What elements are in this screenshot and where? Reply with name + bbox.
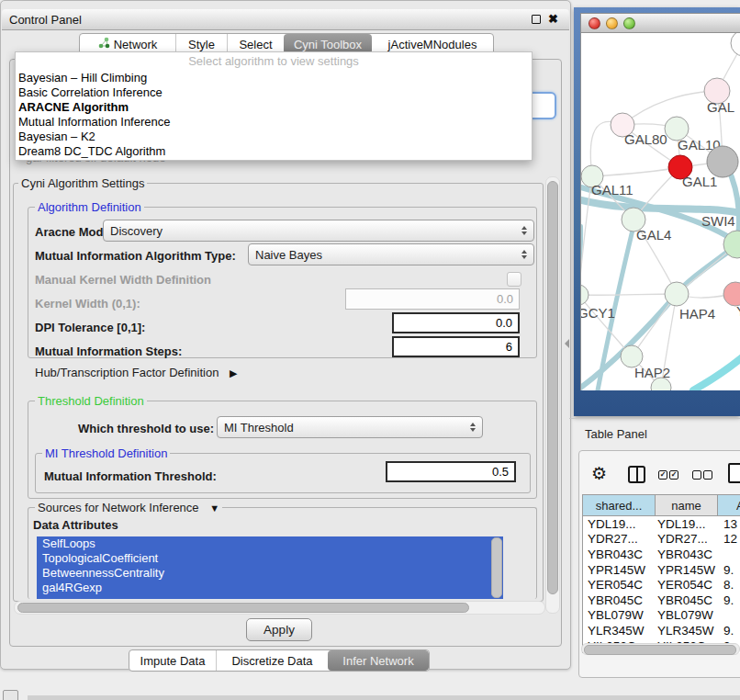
unchecked-column-icon[interactable] [692,470,701,480]
node-gray[interactable] [707,146,738,177]
attributes-list-scrollbar[interactable] [491,537,502,598]
expander-right-icon: ▶ [230,367,237,379]
table-cell: 8. [717,578,740,592]
node-gcy1[interactable] [581,285,589,305]
table-row[interactable]: YDR27...YDR27...12 [583,532,740,548]
table-cell: YDR27... [655,532,717,546]
table-row[interactable]: YDL19...YDL19...13 [583,516,740,532]
close-traffic-light-icon[interactable] [589,17,600,29]
which-threshold-combo[interactable]: MI Threshold [217,416,483,438]
network-edge[interactable] [592,167,680,176]
network-window-titlebar[interactable] [580,13,740,33]
data-attributes-list[interactable]: SelfLoopsTopologicalCoefficientBetweenne… [37,536,503,599]
manual-kernel-checkbox [507,272,521,287]
algorithm-option[interactable]: Mutual Information Inference [16,115,532,130]
algorithm-option[interactable]: Bayesian – Hill Climbing [16,71,532,85]
tab-label: Network [114,38,158,51]
hub-factor-expander[interactable]: Hub/Transcription Factor Definition ▶ [35,366,237,379]
tab-impute-data[interactable]: Impute Data [129,650,216,671]
tab-discretize-data[interactable]: Discretize Data [216,650,328,671]
checked-column-icon[interactable]: ✓ [658,470,667,480]
algorithm-dropdown-list: Bayesian – Hill ClimbingBasic Correlatio… [16,71,532,159]
algorithm-dropdown-popup: Select algorithm to view settings Bayesi… [15,51,533,161]
column-header-name[interactable]: name [655,495,717,515]
tab-label: Select [239,38,272,51]
settings-horizontal-scrollbar[interactable] [14,601,545,615]
table-cell: 12 [717,532,740,546]
dock-mini-icon[interactable] [3,690,18,700]
table-row[interactable]: YPR145WYPR145W9. [583,562,740,578]
close-icon[interactable]: ✖ [548,12,558,26]
splitter-collapse-arrow-icon[interactable] [565,339,569,348]
hub-factor-expander-label: Hub/Transcription Factor Definition [35,366,219,379]
algorithm-option[interactable]: ARACNE Algorithm [16,100,532,115]
cyni-algorithm-settings-title: Cyni Algorithm Settings [18,177,147,189]
mi-steps-label: Mutual Information Steps: [35,344,182,358]
apply-button[interactable]: Apply [246,618,312,641]
sources-expander[interactable]: Sources for Network Inference ▼ [35,502,222,514]
gear-icon[interactable]: ⚙ [591,463,607,484]
attribute-list-item[interactable]: SelfLoops [37,536,503,551]
column-header-shared-name[interactable]: shared... [583,495,655,515]
algorithm-option[interactable]: Basic Correlation Inference [16,85,532,100]
table-row[interactable]: YBR045CYBR045C9. [583,593,740,608]
attribute-list-item[interactable]: BetweennessCentrality [37,566,503,581]
tab-label: jActiveMNodules [388,38,477,51]
mi-algorithm-type-combo[interactable]: Naive Bayes [248,243,534,265]
table-scrollbar-thumb[interactable] [584,645,736,655]
attribute-list-item[interactable]: gal4RGexp [37,581,503,595]
algorithm-option[interactable]: Bayesian – K2 [16,130,532,144]
checked-column-icon[interactable]: ✓ [669,470,678,480]
mi-threshold-label: Mutual Information Threshold: [44,469,217,483]
table-row[interactable]: YLR345WYLR345W9. [583,623,740,638]
aracne-mode-combo[interactable]: Discovery [103,220,534,242]
dpi-tolerance-field[interactable] [392,312,520,333]
node-gal11-label: GAL11 [591,182,633,198]
tab-label: Infer Network [342,654,413,668]
tab-label: Discretize Data [231,654,312,668]
table-row[interactable]: YBL079WYBL079W [583,608,740,624]
control-panel-titlebar[interactable]: Control Panel ✖ [2,9,569,30]
algorithm-option[interactable]: Dream8 DC_TDC Algorithm [16,144,532,159]
threshold-definition-title: Threshold Definition [35,395,147,407]
table-panel-separator [569,418,740,419]
page-icon[interactable] [728,463,740,483]
node-gal-clipped-label: GAL [707,99,734,115]
node-gal4-label: GAL4 [636,227,671,243]
unchecked-column-icon[interactable] [703,470,712,480]
float-icon[interactable] [532,15,541,24]
table-cell: YBR045C [655,593,717,607]
table-cell: YPR145W [655,563,717,577]
stepper-arrows-icon [521,226,527,235]
table-cell: YDR27... [583,532,655,546]
node-gal80-label: GAL80 [624,131,667,147]
mi-threshold-group-title: MI Threshold Definition [42,447,170,459]
zoom-traffic-light-icon[interactable] [623,17,635,29]
columns-icon[interactable] [628,466,645,483]
table-row[interactable]: YER054CYER054C8. [583,577,740,593]
network-edge[interactable] [581,294,677,295]
table-cell: YBL079W [583,608,655,622]
table-cell: YDL19... [583,517,655,531]
network-svg[interactable]: GALGAL80GAL10GAL1GAL11GAL4SWI4GCY1HAP4YH… [581,33,740,390]
attribute-list-item[interactable]: TopologicalCoefficient [37,551,503,566]
table-row[interactable]: YBR043CYBR043C [583,547,740,562]
minimize-traffic-light-icon[interactable] [606,17,618,29]
node-table: shared... name A YDL19...YDL19...13YDR27… [582,494,740,653]
network-canvas[interactable]: GALGAL80GAL10GAL1GAL11GAL4SWI4GCY1HAP4YH… [580,33,740,390]
node-top-right[interactable] [731,33,740,56]
network-edge[interactable] [693,358,740,390]
table-cell: YER054C [583,578,655,592]
mi-threshold-field[interactable] [386,461,516,482]
tab-infer-network[interactable]: Infer Network [328,650,429,671]
node-hap4[interactable] [665,282,689,306]
settings-vertical-scrollbar[interactable] [545,176,560,614]
table-cell: YER054C [655,578,717,592]
table-header-row: shared... name A [582,494,740,516]
mi-steps-field[interactable] [392,336,520,357]
column-header-partial[interactable]: A [717,495,740,515]
table-cell: 9. [717,563,740,577]
sources-title: Sources for Network Inference [38,501,199,514]
bottom-panel-edge [28,695,740,700]
data-attributes-label: Data Attributes [33,518,118,532]
